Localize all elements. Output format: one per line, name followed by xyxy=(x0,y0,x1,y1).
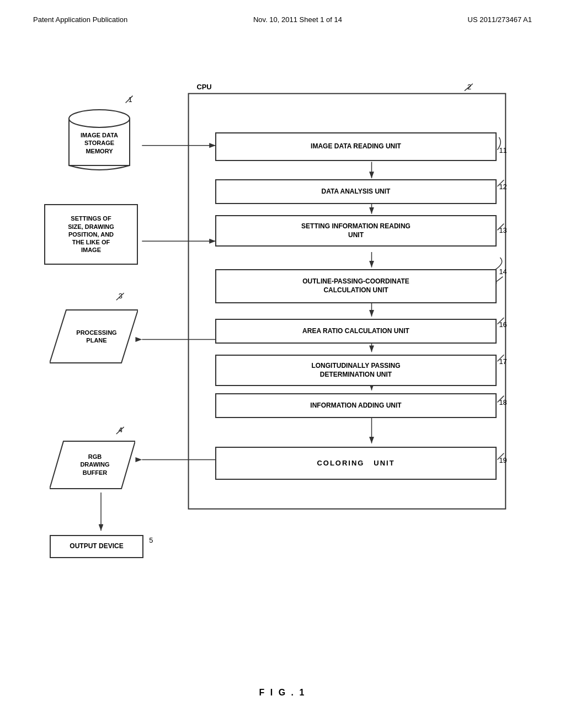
svg-line-36 xyxy=(497,453,504,460)
svg-line-30 xyxy=(497,318,504,324)
unit-17: LONGITUDINALLY PASSINGDETERMINATION UNIT xyxy=(215,355,497,386)
unit-19: COLORING UNIT xyxy=(215,447,497,480)
settings-box: SETTINGS OFSIZE, DRAWINGPOSITION, ANDTHE… xyxy=(44,204,138,265)
header-left: Patent Application Publication xyxy=(33,15,127,24)
unit-19-label: COLORING UNIT xyxy=(317,459,395,468)
unit-17-label: LONGITUDINALLY PASSINGDETERMINATION UNIT xyxy=(311,362,400,379)
header: Patent Application Publication Nov. 10, … xyxy=(33,15,532,24)
cylinder-image-data: IMAGE DATASTORAGEMEMORY xyxy=(66,105,132,176)
output-device: OUTPUT DEVICE xyxy=(50,535,143,558)
rgb-buffer: RGBDRAWINGBUFFER xyxy=(50,440,135,490)
svg-text:4: 4 xyxy=(119,426,122,434)
settings-label: SETTINGS OFSIZE, DRAWINGPOSITION, ANDTHE… xyxy=(68,215,114,254)
svg-text:19: 19 xyxy=(499,456,507,464)
svg-line-25 xyxy=(497,223,504,230)
unit-16: AREA RATIO CALCULATION UNIT xyxy=(215,319,497,344)
unit-16-label: AREA RATIO CALCULATION UNIT xyxy=(302,327,409,336)
unit-12: DATA ANALYSIS UNIT xyxy=(215,179,497,204)
svg-text:2: 2 xyxy=(467,83,471,91)
svg-text:14: 14 xyxy=(499,267,507,276)
processing-plane-label: PROCESSINGPLANE xyxy=(76,329,116,345)
svg-text:11: 11 xyxy=(499,146,507,154)
output-device-label: OUTPUT DEVICE xyxy=(70,542,123,551)
svg-text:CPU: CPU xyxy=(196,83,211,91)
unit-11-label: IMAGE DATA READING UNIT xyxy=(311,142,401,151)
svg-text:18: 18 xyxy=(499,398,507,406)
fig-caption-text: F I G . 1 xyxy=(259,688,306,697)
svg-text:3: 3 xyxy=(119,292,122,300)
svg-text:16: 16 xyxy=(499,320,507,329)
unit-13-label: SETTING INFORMATION READINGUNIT xyxy=(301,222,411,239)
svg-line-34 xyxy=(497,396,504,403)
svg-point-38 xyxy=(69,110,130,127)
svg-text:5: 5 xyxy=(149,536,153,544)
svg-text:13: 13 xyxy=(499,226,507,234)
svg-line-28 xyxy=(495,277,503,282)
header-middle: Nov. 10, 2011 Sheet 1 of 14 xyxy=(253,15,342,24)
diagram: CPU 2 1 3 xyxy=(33,72,532,673)
svg-text:17: 17 xyxy=(499,357,507,366)
unit-14-15-label: OUTLINE-PASSING-COORDINATECALCULATION UN… xyxy=(302,277,409,295)
rgb-buffer-label: RGBDRAWINGBUFFER xyxy=(80,453,109,477)
unit-11: IMAGE DATA READING UNIT xyxy=(215,132,497,161)
cylinder-label: IMAGE DATASTORAGEMEMORY xyxy=(81,132,118,154)
svg-text:1: 1 xyxy=(129,95,132,104)
unit-18: INFORMATION ADDING UNIT xyxy=(215,393,497,418)
processing-plane: PROCESSINGPLANE xyxy=(50,309,138,364)
unit-18-label: INFORMATION ADDING UNIT xyxy=(310,402,401,410)
fig-caption: F I G . 1 xyxy=(0,688,565,698)
unit-13: SETTING INFORMATION READINGUNIT xyxy=(215,215,497,247)
svg-line-23 xyxy=(497,180,504,186)
header-right: US 2011/273467 A1 xyxy=(468,15,532,24)
svg-line-32 xyxy=(497,355,504,361)
unit-12-label: DATA ANALYSIS UNIT xyxy=(322,188,391,196)
unit-14-15: OUTLINE-PASSING-COORDINATECALCULATION UN… xyxy=(215,269,497,303)
svg-text:12: 12 xyxy=(499,183,507,191)
